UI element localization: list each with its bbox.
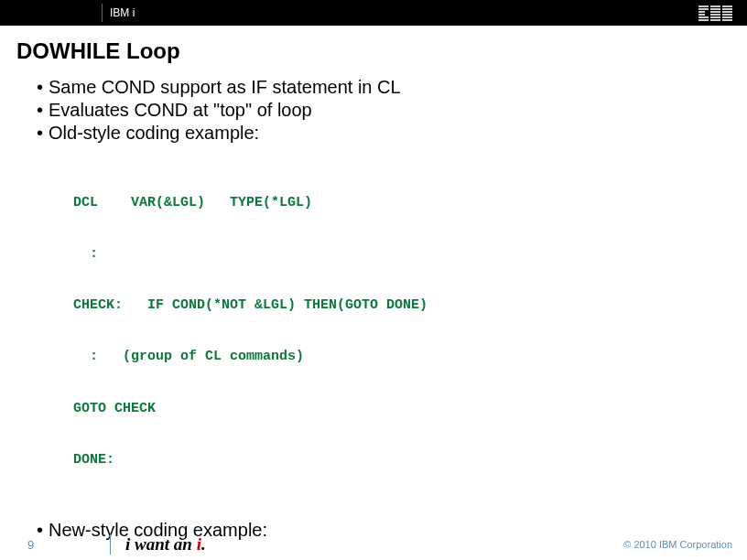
code-line: GOTO CHECK: [73, 401, 720, 418]
footer-tagline: i want an i.: [125, 534, 206, 555]
bullet-dot-icon: •: [37, 100, 43, 121]
tagline-suffix: .: [201, 534, 206, 554]
bullet-text: Old-style coding example:: [49, 123, 259, 144]
header-divider: [102, 4, 103, 22]
slide-content: • Same COND support as IF statement in C…: [0, 77, 747, 560]
bullet-text: Same COND support as IF statement in CL: [49, 77, 401, 98]
bullet-item: • Evaluates COND at "top" of loop: [37, 100, 720, 121]
bullet-item: • Same COND support as IF statement in C…: [37, 77, 720, 98]
ibm-logo-icon: [698, 5, 732, 21]
slide-number: 9: [27, 538, 110, 552]
code-line: :: [73, 246, 720, 264]
bullet-dot-icon: •: [37, 77, 43, 98]
code-line: DCL VAR(&LGL) TYPE(*LGL): [73, 195, 720, 212]
header-product-label: IBM i: [110, 6, 135, 19]
bullet-text: Evaluates COND at "top" of loop: [49, 100, 312, 121]
footer-divider: [110, 534, 111, 555]
slide-header: IBM i: [0, 0, 747, 26]
copyright-text: © 2010 IBM Corporation: [623, 539, 732, 550]
code-line: CHECK: IF COND(*NOT &LGL) THEN(GOTO DONE…: [73, 297, 720, 315]
tagline-prefix: i want an: [125, 534, 197, 554]
code-line: DONE:: [73, 452, 720, 469]
slide-footer: 9 i want an i. © 2010 IBM Corporation: [0, 529, 747, 560]
slide-title: DOWHILE Loop: [16, 38, 747, 64]
bullet-dot-icon: •: [37, 123, 43, 144]
code-line: : (group of CL commands): [73, 349, 720, 366]
code-block-old-style: DCL VAR(&LGL) TYPE(*LGL) : CHECK: IF CON…: [73, 160, 720, 503]
bullet-item: • Old-style coding example:: [37, 123, 720, 144]
